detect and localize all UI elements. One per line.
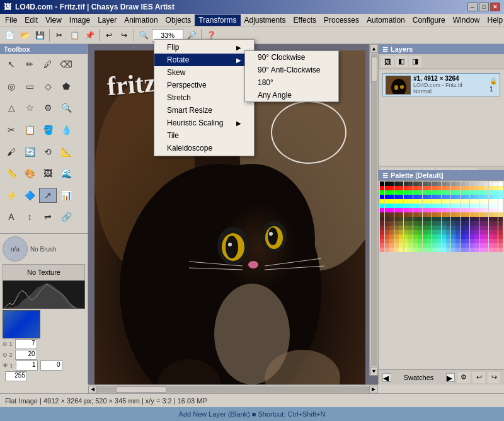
- color-cell[interactable]: [465, 195, 469, 199]
- palette-next[interactable]: ▶: [446, 373, 455, 382]
- color-cell[interactable]: [432, 230, 437, 234]
- color-cell[interactable]: [432, 221, 437, 226]
- color-cell[interactable]: [461, 208, 465, 212]
- menu-rotate[interactable]: Rotate ▶: [154, 54, 254, 66]
- palette-prev[interactable]: ◀: [382, 373, 391, 382]
- color-cell[interactable]: [493, 208, 498, 212]
- color-cell[interactable]: [493, 239, 498, 243]
- color-cell[interactable]: [432, 226, 437, 230]
- menu-layer[interactable]: Layer: [94, 14, 120, 26]
- tool-tri[interactable]: △: [3, 100, 20, 115]
- color-cell[interactable]: [479, 186, 484, 190]
- color-cell[interactable]: [451, 199, 455, 204]
- prop-val-1[interactable]: 7: [15, 339, 37, 349]
- color-cell[interactable]: [489, 243, 493, 248]
- color-cell[interactable]: [418, 243, 422, 248]
- color-cell[interactable]: [389, 190, 394, 195]
- color-cell[interactable]: [413, 239, 418, 243]
- color-cell[interactable]: [442, 195, 446, 199]
- color-cell[interactable]: [479, 212, 484, 217]
- color-cell[interactable]: [451, 186, 455, 190]
- color-cell[interactable]: [446, 217, 450, 221]
- color-cell[interactable]: [408, 186, 413, 190]
- color-cell[interactable]: [498, 243, 503, 248]
- color-cell[interactable]: [418, 239, 422, 243]
- color-cell[interactable]: [427, 204, 432, 208]
- color-cell[interactable]: [470, 212, 474, 217]
- color-cell[interactable]: [389, 208, 394, 212]
- color-cell[interactable]: [432, 182, 437, 186]
- tool-wave[interactable]: 🌊: [57, 166, 75, 181]
- color-cell[interactable]: [484, 243, 488, 248]
- color-cell[interactable]: [451, 195, 455, 199]
- color-cell[interactable]: [451, 204, 455, 208]
- color-cell[interactable]: [427, 186, 432, 190]
- color-cell[interactable]: [479, 226, 484, 230]
- color-cell[interactable]: [446, 234, 450, 239]
- color-cell[interactable]: [394, 212, 399, 217]
- color-cell[interactable]: [493, 248, 498, 252]
- color-cell[interactable]: [404, 182, 408, 186]
- menu-animation[interactable]: Animation: [120, 14, 161, 26]
- color-cell[interactable]: [446, 204, 450, 208]
- color-cell[interactable]: [427, 190, 432, 195]
- color-cell[interactable]: [389, 199, 394, 204]
- color-cell[interactable]: [465, 248, 469, 252]
- color-cell[interactable]: [470, 248, 474, 252]
- color-cell[interactable]: [399, 182, 403, 186]
- color-cell[interactable]: [437, 239, 441, 243]
- color-cell[interactable]: [389, 226, 394, 230]
- color-cell[interactable]: [498, 226, 503, 230]
- color-cell[interactable]: [394, 217, 399, 221]
- color-cell[interactable]: [408, 195, 413, 199]
- color-cell[interactable]: [479, 199, 484, 204]
- color-cell[interactable]: [399, 221, 403, 226]
- color-cell[interactable]: [479, 239, 484, 243]
- color-cell[interactable]: [432, 195, 437, 199]
- color-cell[interactable]: [399, 190, 403, 195]
- color-cell[interactable]: [489, 239, 493, 243]
- color-cell[interactable]: [408, 226, 413, 230]
- color-cell[interactable]: [493, 195, 498, 199]
- color-cell[interactable]: [489, 195, 493, 199]
- tool-clone[interactable]: 📋: [21, 122, 38, 137]
- color-cell[interactable]: [461, 204, 465, 208]
- color-cell[interactable]: [385, 239, 389, 243]
- color-cell[interactable]: [408, 199, 413, 204]
- color-cell[interactable]: [470, 243, 474, 248]
- color-cell[interactable]: [427, 239, 432, 243]
- color-cell[interactable]: [489, 204, 493, 208]
- color-cell[interactable]: [418, 204, 422, 208]
- color-cell[interactable]: [461, 195, 465, 199]
- color-cell[interactable]: [385, 217, 389, 221]
- color-cell[interactable]: [493, 199, 498, 204]
- tb-save[interactable]: 💾: [33, 28, 47, 42]
- color-cell[interactable]: [413, 182, 418, 186]
- color-cell[interactable]: [394, 230, 399, 234]
- color-cell[interactable]: [479, 195, 484, 199]
- color-cell[interactable]: [489, 248, 493, 252]
- color-cell[interactable]: [394, 208, 399, 212]
- color-cell[interactable]: [385, 195, 389, 199]
- color-cell[interactable]: [474, 248, 479, 252]
- color-cell[interactable]: [437, 199, 441, 204]
- color-cell[interactable]: [399, 243, 403, 248]
- tool-poly[interactable]: ⬟: [57, 79, 75, 94]
- color-cell[interactable]: [498, 230, 503, 234]
- color-cell[interactable]: [474, 208, 479, 212]
- color-cell[interactable]: [474, 212, 479, 217]
- color-cell[interactable]: [385, 190, 389, 195]
- vscroll-up[interactable]: ▲: [370, 44, 378, 53]
- color-cell[interactable]: [470, 186, 474, 190]
- color-cell[interactable]: [408, 248, 413, 252]
- palette-btn3[interactable]: ↪: [488, 372, 500, 383]
- color-cell[interactable]: [498, 212, 503, 217]
- color-cell[interactable]: [380, 212, 384, 217]
- tool-dropper[interactable]: 💧: [57, 122, 75, 137]
- color-cell[interactable]: [404, 243, 408, 248]
- color-cell[interactable]: [427, 226, 432, 230]
- color-cell[interactable]: [474, 199, 479, 204]
- color-cell[interactable]: [442, 190, 446, 195]
- color-cell[interactable]: [413, 195, 418, 199]
- color-cell[interactable]: [394, 248, 399, 252]
